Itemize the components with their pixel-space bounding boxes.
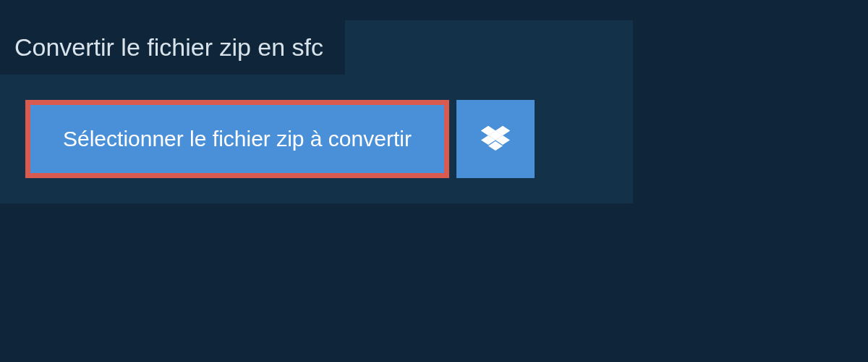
select-file-button[interactable]: Sélectionner le fichier zip à convertir (25, 100, 449, 178)
select-file-label: Sélectionner le fichier zip à convertir (63, 127, 412, 151)
dropbox-icon (481, 126, 510, 152)
page-title: Convertir le fichier zip en sfc (14, 33, 323, 62)
button-row: Sélectionner le fichier zip à convertir (0, 75, 633, 178)
title-bar: Convertir le fichier zip en sfc (0, 20, 345, 75)
converter-panel: Convertir le fichier zip en sfc Sélectio… (0, 20, 633, 203)
dropbox-button[interactable] (456, 100, 535, 178)
